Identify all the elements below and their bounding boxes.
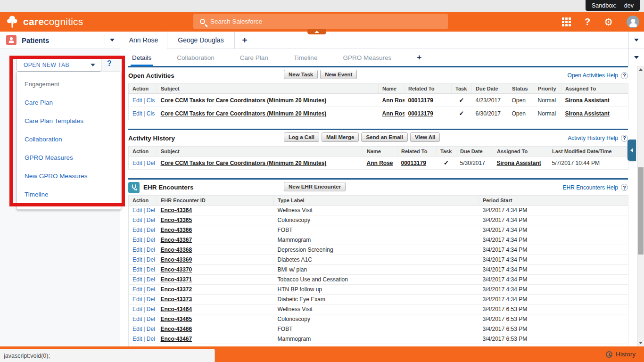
edit-link[interactable]: Edit <box>132 237 142 243</box>
record-link[interactable]: Enco-43370 <box>161 266 192 273</box>
help-icon[interactable]: ? <box>585 16 590 27</box>
app-launcher-icon[interactable] <box>562 17 571 26</box>
menu-item-timeline[interactable]: Timeline <box>17 185 121 204</box>
edit-link[interactable]: Edit <box>132 160 142 166</box>
record-link[interactable]: 00013179 <box>408 97 433 104</box>
help-link[interactable]: Activity History Help <box>568 135 618 141</box>
sidebar-header[interactable]: Patients <box>0 32 120 49</box>
workspace-tab-ann-rose[interactable]: Ann Rose <box>120 32 167 49</box>
question-icon[interactable]: ? <box>621 135 628 142</box>
record-link[interactable]: Ann Rose <box>382 110 405 117</box>
help-link[interactable]: EHR Encounters Help <box>563 184 618 191</box>
chevron-down-icon[interactable] <box>110 39 115 41</box>
del-link[interactable]: Del <box>147 286 155 293</box>
edit-link[interactable]: Edit <box>132 286 142 293</box>
open-new-tab-dropdown[interactable]: OPEN NEW TAB <box>17 58 101 72</box>
edit-link[interactable]: Edit <box>132 336 142 342</box>
menu-item-collaboration[interactable]: Collaboration <box>17 130 121 148</box>
del-link[interactable]: Del <box>147 217 155 223</box>
sidebar-help-icon[interactable]: ? <box>107 59 112 68</box>
record-link[interactable]: Enco-43467 <box>161 336 192 342</box>
subtab-details[interactable]: Details <box>132 49 151 66</box>
scroll-up-arrow-icon[interactable] <box>639 68 643 71</box>
setup-gear-icon[interactable]: ⚙ <box>604 17 613 27</box>
question-icon[interactable]: ? <box>621 72 628 79</box>
edit-link[interactable]: Edit <box>132 217 142 223</box>
menu-item-new-gpro-measures[interactable]: New GPRO Measures <box>17 167 121 185</box>
edit-link[interactable]: Edit <box>132 247 142 253</box>
record-link[interactable]: Sirona Assistant <box>565 110 610 117</box>
global-search[interactable] <box>193 14 448 29</box>
subtab-timeline[interactable]: Timeline <box>294 49 318 66</box>
record-link[interactable]: Enco-43466 <box>161 326 192 332</box>
edit-link[interactable]: Edit <box>132 266 142 273</box>
record-link[interactable]: Enco-43368 <box>161 247 192 253</box>
del-link[interactable]: Del <box>147 256 155 263</box>
record-link[interactable]: Enco-43366 <box>161 227 192 233</box>
menu-item-care-plan[interactable]: Care Plan <box>17 93 121 112</box>
vertical-scrollbar[interactable] <box>637 66 644 346</box>
record-link[interactable]: Ann Rose <box>367 160 393 166</box>
record-link[interactable]: Core CCM Tasks for Care Coordinators (Mi… <box>161 160 327 166</box>
send-an-email-button[interactable]: Send an Email <box>361 132 408 142</box>
edit-link[interactable]: Edit <box>132 306 142 313</box>
del-link[interactable]: Del <box>147 276 155 283</box>
record-link[interactable]: Ann Rose <box>382 97 405 104</box>
collapse-header-button[interactable] <box>307 29 326 34</box>
subtab-overflow-button[interactable] <box>628 49 644 66</box>
record-link[interactable]: Enco-43372 <box>161 286 192 293</box>
record-link[interactable]: Enco-43373 <box>161 296 192 303</box>
del-link[interactable]: Del <box>147 247 155 253</box>
record-link[interactable]: Sirona Assistant <box>565 97 610 104</box>
del-link[interactable]: Del <box>147 326 155 332</box>
del-link[interactable]: Del <box>147 266 155 273</box>
menu-item-gpro-measures[interactable]: GPRO Measures <box>17 148 121 167</box>
edit-link[interactable]: Edit <box>132 276 142 283</box>
search-input[interactable] <box>210 18 427 25</box>
scroll-down-arrow-icon[interactable] <box>639 342 643 344</box>
view-all-button[interactable]: View All <box>410 132 440 142</box>
record-link[interactable]: Sirona Assistant <box>497 160 541 166</box>
subtab-care-plan[interactable]: Care Plan <box>240 49 268 66</box>
del-link[interactable]: Del <box>147 336 155 342</box>
edit-link[interactable]: Edit <box>132 97 142 104</box>
edit-link[interactable]: Edit <box>132 256 142 263</box>
new-event-button[interactable]: New Event <box>320 70 357 79</box>
record-link[interactable]: Enco-43364 <box>161 207 192 214</box>
tab-overflow-button[interactable] <box>628 32 644 49</box>
del-link[interactable]: Del <box>147 160 155 166</box>
del-link[interactable]: Del <box>147 207 155 214</box>
log-a-call-button[interactable]: Log a Call <box>284 132 319 142</box>
edit-link[interactable]: Edit <box>132 227 142 233</box>
record-link[interactable]: Enco-43465 <box>161 316 192 322</box>
record-link[interactable]: 00013179 <box>401 160 426 166</box>
del-link[interactable]: Del <box>147 306 155 313</box>
record-link[interactable]: Enco-43464 <box>161 306 192 313</box>
mail-merge-button[interactable]: Mail Merge <box>322 132 359 142</box>
del-link[interactable]: Del <box>147 316 155 322</box>
record-link[interactable]: Enco-43367 <box>161 237 192 243</box>
scrollbar-thumb[interactable] <box>638 167 644 255</box>
del-link[interactable]: Del <box>147 296 155 303</box>
record-link[interactable]: Core CCM Tasks for Care Coordinators (Mi… <box>161 110 327 117</box>
edit-link[interactable]: Edit <box>132 110 142 117</box>
menu-item-care-plan-templates[interactable]: Care Plan Templates <box>17 112 121 130</box>
new-ehr-encounter-button[interactable]: New EHR Encounter <box>284 182 346 191</box>
record-link[interactable]: 00013179 <box>408 110 433 117</box>
cls-link[interactable]: Cls <box>147 97 155 104</box>
cls-link[interactable]: Cls <box>147 110 155 117</box>
edit-link[interactable]: Edit <box>132 296 142 303</box>
add-subtab-button[interactable]: + <box>417 49 421 66</box>
record-link[interactable]: Enco-43369 <box>161 256 192 263</box>
workspace-tab-geoge-douglas[interactable]: Geoge Douglas <box>167 32 235 49</box>
del-link[interactable]: Del <box>147 227 155 233</box>
history-utility[interactable]: History <box>606 346 636 362</box>
edit-link[interactable]: Edit <box>132 207 142 214</box>
question-icon[interactable]: ? <box>621 184 628 191</box>
edit-link[interactable]: Edit <box>132 326 142 332</box>
record-link[interactable]: Core CCM Tasks for Care Coordinators (Mi… <box>161 97 327 104</box>
sidebar-collapse-handle[interactable] <box>627 140 636 161</box>
record-link[interactable]: Enco-43365 <box>161 217 192 223</box>
avatar[interactable] <box>627 16 639 28</box>
del-link[interactable]: Del <box>147 237 155 243</box>
